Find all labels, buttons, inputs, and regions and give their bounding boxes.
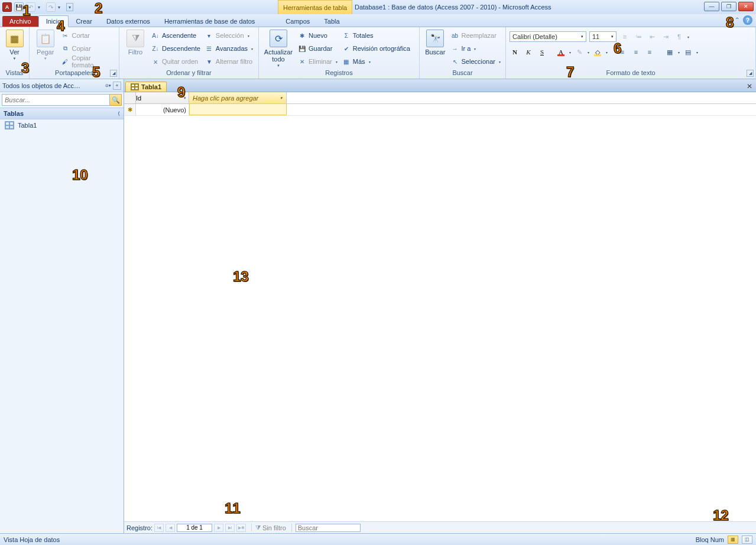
ribbon-minimize-icon[interactable]: ⌃ bbox=[735, 17, 739, 23]
text-direction-icon[interactable]: ¶ bbox=[674, 31, 684, 42]
align-left-icon[interactable]: ≡ bbox=[617, 47, 628, 57]
recnav-position-input[interactable] bbox=[177, 524, 212, 532]
seleccionar-button[interactable]: ↖Seleccionar▾ bbox=[450, 56, 502, 67]
doc-tab-tabla1[interactable]: Tabla1 bbox=[125, 82, 167, 92]
nav-header[interactable]: Todos los objetos de Acc… ⊙▾« bbox=[0, 79, 124, 92]
tab-datos-externos[interactable]: Datos externos bbox=[99, 16, 157, 27]
recnav-prev-icon[interactable]: ◀ bbox=[166, 524, 175, 532]
status-bar: Vista Hoja de datos Bloq Num ▦ ◫ bbox=[0, 533, 756, 545]
undo-dropdown-icon[interactable]: ▾ bbox=[38, 5, 44, 10]
save-icon[interactable]: 💾 bbox=[14, 2, 24, 12]
view-datasheet-icon[interactable]: ▦ bbox=[728, 536, 738, 544]
guardar-button[interactable]: 💾Guardar bbox=[297, 43, 339, 54]
align-right-icon[interactable]: ≡ bbox=[644, 47, 655, 57]
search-icon[interactable]: 🔍 bbox=[110, 94, 122, 106]
tab-file[interactable]: Archivo bbox=[2, 16, 38, 27]
nav-collapse-icon[interactable]: « bbox=[113, 82, 121, 90]
font-color-button[interactable]: A bbox=[556, 47, 566, 57]
tab-herramientas-bd[interactable]: Herramientas de base de datos bbox=[157, 16, 262, 27]
nav-section-label: Tablas bbox=[4, 110, 24, 117]
alternar-filtro-button[interactable]: ▼Alternar filtro bbox=[204, 56, 254, 67]
reemplazar-button[interactable]: abReemplazar bbox=[450, 30, 502, 41]
filtro-button[interactable]: ⧩ Filtro bbox=[123, 28, 148, 56]
pegar-button[interactable]: 📋 Pegar ▼ bbox=[33, 28, 57, 60]
maximize-button[interactable]: ❐ bbox=[721, 2, 736, 11]
column-header-id[interactable]: Id▾ bbox=[136, 92, 189, 103]
gridlines-icon[interactable]: ▦ bbox=[664, 47, 675, 57]
view-design-icon[interactable]: ◫ bbox=[742, 536, 752, 544]
doc-close-icon[interactable]: ✕ bbox=[747, 82, 752, 92]
dialog-launcher-icon[interactable]: ◢ bbox=[110, 70, 117, 77]
fill-color-button[interactable]: ◇ bbox=[592, 47, 603, 57]
help-icon[interactable]: ? bbox=[743, 15, 752, 25]
quitar-orden-button[interactable]: ⨯Quitar orden bbox=[150, 56, 202, 67]
refresh-icon: ⟳ bbox=[270, 30, 287, 47]
cell-add-new[interactable] bbox=[189, 104, 287, 115]
cell-id-new[interactable]: (Nuevo) bbox=[136, 104, 189, 115]
qat-customize-icon[interactable]: ▾ bbox=[66, 3, 73, 11]
tab-crear[interactable]: Crear bbox=[69, 16, 99, 27]
decrease-indent-icon[interactable]: ⇤ bbox=[647, 31, 657, 42]
nav-section-tablas[interactable]: Tablas〈 bbox=[0, 108, 124, 119]
format-painter-icon: 🖌 bbox=[61, 57, 69, 66]
cortar-button[interactable]: ✂Cortar bbox=[60, 30, 115, 41]
highlight-button[interactable]: ✎ bbox=[574, 47, 585, 57]
alt-row-color-icon[interactable]: ▤ bbox=[683, 47, 693, 57]
redo-icon[interactable]: ↷ bbox=[46, 2, 56, 12]
ascendente-button[interactable]: A↓Ascendente bbox=[150, 30, 202, 41]
mas-button[interactable]: ▦Más▾ bbox=[341, 56, 411, 67]
recnav-next-icon[interactable]: ▶ bbox=[214, 524, 223, 532]
row-selector-new[interactable]: ✱ bbox=[124, 104, 136, 115]
font-family-combo[interactable]: Calibri (Detalle)▾ bbox=[510, 31, 586, 42]
recnav-last-icon[interactable]: ▶I bbox=[225, 524, 235, 532]
column-dropdown-icon[interactable]: ▾ bbox=[280, 96, 283, 100]
align-center-icon[interactable]: ≡ bbox=[631, 47, 641, 57]
tab-campos[interactable]: Campos bbox=[278, 16, 317, 27]
underline-button[interactable]: S bbox=[537, 47, 547, 57]
nav-search-input[interactable] bbox=[2, 94, 110, 106]
copiar-formato-button[interactable]: 🖌Copiar formato bbox=[60, 56, 115, 67]
dialog-launcher-icon[interactable]: ◢ bbox=[747, 70, 754, 77]
column-dropdown-icon[interactable]: ▾ bbox=[184, 96, 186, 100]
minimize-button[interactable]: — bbox=[704, 2, 719, 11]
eliminar-button[interactable]: ✕Eliminar▾ bbox=[297, 56, 339, 67]
italic-button[interactable]: K bbox=[523, 47, 534, 57]
ir-a-button[interactable]: →Ir a▾ bbox=[450, 43, 502, 54]
revision-button[interactable]: ✔Revisión ortográfica bbox=[341, 43, 411, 54]
totales-button[interactable]: ΣTotales bbox=[341, 30, 411, 41]
datasheet[interactable]: Id▾ Haga clic para agregar▾ ✱ (Nuevo) bbox=[124, 92, 756, 521]
copiar-button[interactable]: ⧉Copiar bbox=[60, 43, 115, 54]
copy-icon: ⧉ bbox=[61, 44, 69, 53]
binoculars-icon: 🔭 bbox=[426, 30, 444, 47]
new-record-row[interactable]: ✱ (Nuevo) bbox=[124, 104, 756, 116]
recnav-first-icon[interactable]: I◀ bbox=[154, 524, 164, 532]
tab-tabla[interactable]: Tabla bbox=[317, 16, 346, 27]
recnav-search-input[interactable] bbox=[296, 524, 361, 532]
descendente-button[interactable]: Z↓Descendente bbox=[150, 43, 202, 54]
doc-tab-label: Tabla1 bbox=[141, 83, 161, 90]
font-size-combo[interactable]: 11▾ bbox=[589, 31, 617, 42]
bold-button[interactable]: N bbox=[510, 47, 520, 57]
actualizar-todo-button[interactable]: ⟳ Actualizar todo▼ bbox=[262, 28, 294, 67]
nuevo-button[interactable]: ✱Nuevo bbox=[297, 30, 339, 41]
ver-label: Ver bbox=[9, 48, 20, 56]
select-all-cell[interactable] bbox=[124, 92, 136, 103]
nav-item-tabla1[interactable]: Tabla1 bbox=[0, 119, 124, 131]
close-button[interactable]: ✕ bbox=[738, 2, 754, 11]
seleccion-button[interactable]: ▾Selección▾ bbox=[204, 30, 254, 41]
redo-dropdown-icon[interactable]: ▾ bbox=[58, 5, 64, 10]
column-header-add[interactable]: Haga clic para agregar▾ bbox=[189, 92, 287, 103]
numbering-icon[interactable]: ≔ bbox=[633, 31, 644, 42]
recnav-new-icon[interactable]: ▶✱ bbox=[236, 524, 246, 532]
increase-indent-icon[interactable]: ⇥ bbox=[660, 31, 671, 42]
tab-inicio[interactable]: Inicio bbox=[38, 15, 69, 27]
nav-filter-dropdown-icon[interactable]: ⊙▾ bbox=[105, 83, 111, 88]
ver-button[interactable]: ▦ Ver ▼ bbox=[4, 28, 25, 60]
app-icon[interactable]: A bbox=[2, 2, 12, 12]
undo-icon[interactable]: ↶ bbox=[26, 2, 35, 12]
mas-label: Más bbox=[353, 58, 365, 65]
buscar-button[interactable]: 🔭 Buscar bbox=[423, 28, 447, 56]
avanzadas-button[interactable]: ☰Avanzadas▾ bbox=[204, 43, 254, 54]
bullets-icon[interactable]: ≡ bbox=[619, 31, 630, 42]
recnav-filter-label[interactable]: Sin filtro bbox=[262, 524, 286, 531]
